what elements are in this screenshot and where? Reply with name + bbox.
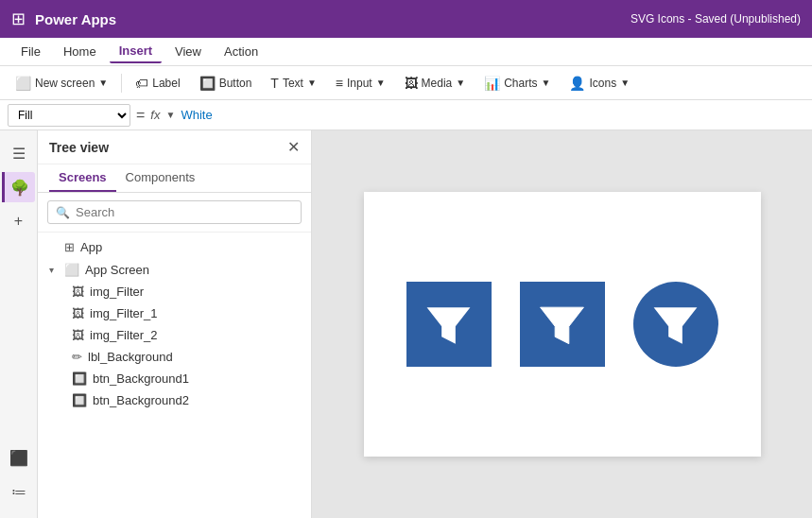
button-button[interactable]: 🔲 Button (192, 72, 260, 95)
equals-sign: = (136, 107, 145, 124)
title-bar: ⊞ Power Apps SVG Icons - Saved (Unpublis… (0, 0, 812, 38)
toolbar: ⬜ New screen ▼ 🏷 Label 🔲 Button T Text ▼… (0, 66, 812, 100)
menu-home[interactable]: Home (54, 41, 106, 62)
sidebar-treeview-icon[interactable]: 🌳 (2, 172, 35, 202)
formula-bar: Fill = fx ▼ White (0, 100, 812, 130)
app-name: Power Apps (35, 11, 116, 27)
label-button[interactable]: 🏷 Label (128, 72, 187, 95)
tree-item-app[interactable]: ⊞ App (38, 236, 311, 258)
search-input[interactable] (76, 205, 293, 219)
fx-label: fx (150, 108, 160, 122)
sidebar-screens-icon[interactable]: ⬛ (4, 442, 34, 473)
item-label-app: App (80, 240, 300, 254)
tree-item-appscreen[interactable]: ▾ ⬜ App Screen ⋯ (38, 258, 311, 281)
canvas-frame (364, 192, 761, 457)
expand-icon-appscreen: ▾ (49, 265, 60, 275)
menu-insert[interactable]: Insert (110, 40, 162, 63)
toolbar-divider-1 (121, 74, 122, 93)
tree-item-lblbg[interactable]: ✏ lbl_Background (38, 346, 311, 368)
item-label-lblbg: lbl_Background (88, 350, 300, 364)
image-icon-3: 🖼 (72, 328, 84, 342)
funnel-svg-2 (536, 299, 588, 351)
item-label-btnbg1: btn_Background1 (93, 371, 300, 386)
tab-screens[interactable]: Screens (49, 164, 116, 192)
filter-icon-circle[interactable] (633, 282, 718, 367)
svg-marker-2 (654, 307, 698, 344)
svg-marker-0 (427, 307, 471, 344)
sidebar-icons: ☰ 🌳 + ⬛ ≔ (0, 130, 38, 518)
filter-icon-square-filled[interactable] (406, 282, 492, 367)
tree-item-btnbg2[interactable]: 🔲 btn_Background2 (38, 389, 311, 411)
app-grid-icon[interactable]: ⊞ (11, 9, 26, 29)
text-button[interactable]: T Text ▼ (263, 72, 323, 95)
media-button[interactable]: 🖼 Media ▼ (397, 72, 474, 95)
filter-icon-square-outline[interactable] (520, 282, 605, 367)
screen-icon: ⬜ (64, 263, 79, 277)
label-icon: 🏷 (135, 76, 148, 91)
fx-arrow: ▼ (165, 110, 175, 120)
search-icon: 🔍 (56, 206, 70, 219)
button-icon-tree-2: 🔲 (72, 393, 87, 407)
tree-tabs: Screens Components (38, 164, 311, 193)
tab-components[interactable]: Components (116, 164, 205, 192)
button-icon-tree-1: 🔲 (72, 371, 87, 386)
menu-file[interactable]: File (11, 41, 50, 62)
icons-button[interactable]: 👤 Icons ▼ (561, 72, 637, 95)
item-label-imgfilter2: img_Filter_2 (90, 328, 300, 342)
funnel-svg-1 (423, 299, 475, 351)
item-label-appscreen: App Screen (85, 263, 283, 277)
app-icon: ⊞ (64, 240, 75, 254)
tree-panel: Tree view ✕ Screens Components 🔍 ⊞ App ▾… (38, 130, 312, 518)
search-box: 🔍 (47, 200, 302, 224)
sidebar-variables-icon[interactable]: ≔ (4, 476, 34, 507)
tree-close-button[interactable]: ✕ (287, 138, 300, 156)
new-screen-button[interactable]: ⬜ New screen ▼ (8, 72, 115, 95)
funnel-svg-3 (649, 299, 701, 351)
sidebar-menu-icon[interactable]: ☰ (4, 138, 34, 168)
item-label-btnbg2: btn_Background2 (93, 393, 300, 407)
tree-title: Tree view (49, 140, 109, 155)
main-layout: ☰ 🌳 + ⬛ ≔ Tree view ✕ Screens Components… (0, 130, 812, 518)
item-label-imgfilter1: img_Filter_1 (90, 306, 300, 320)
tree-search: 🔍 (38, 193, 311, 233)
new-screen-icon: ⬜ (15, 76, 31, 91)
image-icon-1: 🖼 (72, 285, 84, 299)
menu-action[interactable]: Action (215, 41, 268, 62)
svg-marker-1 (541, 307, 584, 344)
menu-bar: File Home Insert View Action (0, 38, 812, 66)
charts-button[interactable]: 📊 Charts ▼ (476, 72, 558, 95)
button-icon: 🔲 (199, 76, 216, 91)
image-icon-2: 🖼 (72, 306, 84, 320)
media-icon: 🖼 (405, 76, 418, 91)
tree-content: ⊞ App ▾ ⬜ App Screen ⋯ 🖼 img_Filter 🖼 im… (38, 233, 311, 518)
input-icon: ≡ (336, 76, 343, 91)
sidebar-add-icon[interactable]: + (4, 206, 34, 236)
canvas-area (312, 130, 812, 518)
tree-item-imgfilter[interactable]: 🖼 img_Filter (38, 281, 311, 302)
icons-icon: 👤 (569, 76, 585, 91)
tree-item-imgfilter1[interactable]: 🖼 img_Filter_1 (38, 302, 311, 324)
saved-status: SVG Icons - Saved (Unpublished) (631, 12, 801, 26)
formula-value[interactable]: White (181, 108, 804, 122)
label-icon-tree: ✏ (72, 350, 82, 364)
item-label-imgfilter: img_Filter (90, 285, 300, 299)
tree-header: Tree view ✕ (38, 130, 311, 164)
property-dropdown[interactable]: Fill (8, 104, 130, 127)
input-button[interactable]: ≡ Input ▼ (328, 72, 393, 95)
text-icon: T (270, 76, 279, 91)
menu-view[interactable]: View (165, 41, 211, 62)
charts-icon: 📊 (484, 76, 500, 91)
tree-item-imgfilter2[interactable]: 🖼 img_Filter_2 (38, 324, 311, 346)
tree-item-btnbg1[interactable]: 🔲 btn_Background1 (38, 368, 311, 389)
